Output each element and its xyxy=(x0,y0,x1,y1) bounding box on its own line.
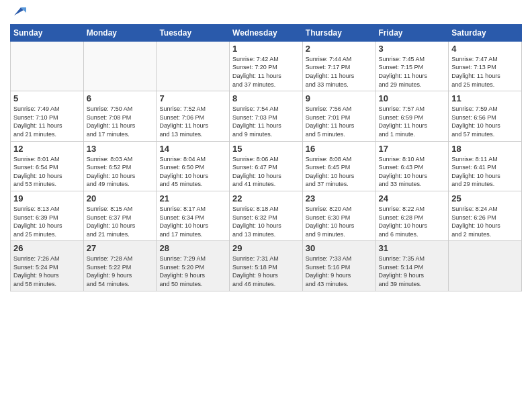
logo xyxy=(10,7,26,20)
calendar-cell: 18Sunrise: 8:11 AM Sunset: 6:41 PM Dayli… xyxy=(449,141,522,191)
day-number: 27 xyxy=(87,243,154,253)
header xyxy=(10,7,522,20)
day-number: 30 xyxy=(306,243,373,253)
calendar-cell: 20Sunrise: 8:15 AM Sunset: 6:37 PM Dayli… xyxy=(83,191,157,240)
calendar-cell: 13Sunrise: 8:03 AM Sunset: 6:52 PM Dayli… xyxy=(83,141,157,191)
day-info: Sunrise: 7:44 AM Sunset: 7:17 PM Dayligh… xyxy=(306,55,373,89)
day-info: Sunrise: 7:49 AM Sunset: 7:10 PM Dayligh… xyxy=(13,105,81,138)
day-number: 23 xyxy=(306,193,373,203)
page: SundayMondayTuesdayWednesdayThursdayFrid… xyxy=(0,0,532,411)
day-info: Sunrise: 7:57 AM Sunset: 6:59 PM Dayligh… xyxy=(379,105,446,138)
day-info: Sunrise: 7:45 AM Sunset: 7:15 PM Dayligh… xyxy=(379,55,446,89)
calendar-cell: 31Sunrise: 7:35 AM Sunset: 5:14 PM Dayli… xyxy=(375,241,449,291)
day-number: 31 xyxy=(379,243,446,253)
calendar-cell: 19Sunrise: 8:13 AM Sunset: 6:39 PM Dayli… xyxy=(11,191,84,240)
calendar-cell: 27Sunrise: 7:28 AM Sunset: 5:22 PM Dayli… xyxy=(83,241,157,291)
calendar-cell: 6Sunrise: 7:50 AM Sunset: 7:08 PM Daylig… xyxy=(83,91,157,141)
calendar-cell xyxy=(449,241,522,291)
week-row-4: 19Sunrise: 8:13 AM Sunset: 6:39 PM Dayli… xyxy=(11,191,522,240)
calendar-cell: 9Sunrise: 7:56 AM Sunset: 7:01 PM Daylig… xyxy=(302,91,375,141)
day-number: 22 xyxy=(232,193,300,203)
day-number: 24 xyxy=(379,193,446,203)
day-number: 16 xyxy=(306,144,373,154)
calendar-cell: 21Sunrise: 8:17 AM Sunset: 6:34 PM Dayli… xyxy=(157,191,230,240)
day-info: Sunrise: 7:50 AM Sunset: 7:08 PM Dayligh… xyxy=(87,105,154,138)
calendar: SundayMondayTuesdayWednesdayThursdayFrid… xyxy=(10,24,522,291)
day-number: 15 xyxy=(232,144,300,154)
weekday-tuesday: Tuesday xyxy=(157,24,230,41)
weekday-thursday: Thursday xyxy=(302,24,375,41)
logo-icon xyxy=(11,3,26,18)
day-info: Sunrise: 8:17 AM Sunset: 6:34 PM Dayligh… xyxy=(159,205,226,238)
weekday-friday: Friday xyxy=(375,24,449,41)
week-row-2: 5Sunrise: 7:49 AM Sunset: 7:10 PM Daylig… xyxy=(11,91,522,141)
calendar-cell: 30Sunrise: 7:33 AM Sunset: 5:16 PM Dayli… xyxy=(302,241,375,291)
calendar-cell: 8Sunrise: 7:54 AM Sunset: 7:03 PM Daylig… xyxy=(230,91,303,141)
weekday-sunday: Sunday xyxy=(11,24,84,41)
day-number: 12 xyxy=(13,144,81,154)
calendar-cell: 4Sunrise: 7:47 AM Sunset: 7:13 PM Daylig… xyxy=(449,41,522,91)
day-number: 20 xyxy=(87,193,154,203)
weekday-monday: Monday xyxy=(83,24,157,41)
day-info: Sunrise: 8:04 AM Sunset: 6:50 PM Dayligh… xyxy=(159,155,226,189)
calendar-cell: 14Sunrise: 8:04 AM Sunset: 6:50 PM Dayli… xyxy=(157,141,230,191)
week-row-3: 12Sunrise: 8:01 AM Sunset: 6:54 PM Dayli… xyxy=(11,141,522,191)
calendar-cell: 2Sunrise: 7:44 AM Sunset: 7:17 PM Daylig… xyxy=(302,41,375,91)
day-info: Sunrise: 7:54 AM Sunset: 7:03 PM Dayligh… xyxy=(232,105,300,138)
day-info: Sunrise: 8:15 AM Sunset: 6:37 PM Dayligh… xyxy=(87,205,154,238)
day-number: 29 xyxy=(232,243,300,253)
day-info: Sunrise: 8:03 AM Sunset: 6:52 PM Dayligh… xyxy=(87,155,154,189)
day-number: 17 xyxy=(379,144,446,154)
day-info: Sunrise: 7:33 AM Sunset: 5:16 PM Dayligh… xyxy=(306,255,373,288)
calendar-cell: 28Sunrise: 7:29 AM Sunset: 5:20 PM Dayli… xyxy=(157,241,230,291)
day-number: 26 xyxy=(13,243,81,253)
week-row-5: 26Sunrise: 7:26 AM Sunset: 5:24 PM Dayli… xyxy=(11,241,522,291)
calendar-cell: 22Sunrise: 8:18 AM Sunset: 6:32 PM Dayli… xyxy=(230,191,303,240)
weekday-wednesday: Wednesday xyxy=(230,24,303,41)
calendar-cell xyxy=(11,41,84,91)
calendar-cell: 29Sunrise: 7:31 AM Sunset: 5:18 PM Dayli… xyxy=(230,241,303,291)
day-number: 5 xyxy=(13,93,81,103)
day-info: Sunrise: 7:29 AM Sunset: 5:20 PM Dayligh… xyxy=(159,255,226,288)
calendar-cell: 26Sunrise: 7:26 AM Sunset: 5:24 PM Dayli… xyxy=(11,241,84,291)
day-info: Sunrise: 7:28 AM Sunset: 5:22 PM Dayligh… xyxy=(87,255,154,288)
day-number: 3 xyxy=(379,44,446,54)
calendar-cell: 7Sunrise: 7:52 AM Sunset: 7:06 PM Daylig… xyxy=(157,91,230,141)
day-number: 9 xyxy=(306,93,373,103)
day-number: 10 xyxy=(379,93,446,103)
day-number: 18 xyxy=(451,144,519,154)
day-info: Sunrise: 8:08 AM Sunset: 6:45 PM Dayligh… xyxy=(306,155,373,189)
calendar-cell: 12Sunrise: 8:01 AM Sunset: 6:54 PM Dayli… xyxy=(11,141,84,191)
day-number: 13 xyxy=(87,144,154,154)
day-number: 11 xyxy=(451,93,519,103)
day-info: Sunrise: 7:26 AM Sunset: 5:24 PM Dayligh… xyxy=(13,255,81,288)
day-info: Sunrise: 7:35 AM Sunset: 5:14 PM Dayligh… xyxy=(379,255,446,288)
day-number: 28 xyxy=(159,243,226,253)
calendar-cell: 16Sunrise: 8:08 AM Sunset: 6:45 PM Dayli… xyxy=(302,141,375,191)
day-info: Sunrise: 8:11 AM Sunset: 6:41 PM Dayligh… xyxy=(451,155,519,189)
day-number: 25 xyxy=(451,193,519,203)
day-info: Sunrise: 7:56 AM Sunset: 7:01 PM Dayligh… xyxy=(306,105,373,138)
day-info: Sunrise: 8:06 AM Sunset: 6:47 PM Dayligh… xyxy=(232,155,300,189)
day-info: Sunrise: 8:13 AM Sunset: 6:39 PM Dayligh… xyxy=(13,205,81,238)
day-number: 1 xyxy=(232,44,300,54)
calendar-cell: 1Sunrise: 7:42 AM Sunset: 7:20 PM Daylig… xyxy=(230,41,303,91)
day-info: Sunrise: 8:01 AM Sunset: 6:54 PM Dayligh… xyxy=(13,155,81,189)
week-row-1: 1Sunrise: 7:42 AM Sunset: 7:20 PM Daylig… xyxy=(11,41,522,91)
calendar-cell xyxy=(157,41,230,91)
day-info: Sunrise: 8:20 AM Sunset: 6:30 PM Dayligh… xyxy=(306,205,373,238)
calendar-cell: 11Sunrise: 7:59 AM Sunset: 6:56 PM Dayli… xyxy=(449,91,522,141)
day-number: 2 xyxy=(306,44,373,54)
calendar-cell: 10Sunrise: 7:57 AM Sunset: 6:59 PM Dayli… xyxy=(375,91,449,141)
day-number: 14 xyxy=(159,144,226,154)
calendar-cell: 17Sunrise: 8:10 AM Sunset: 6:43 PM Dayli… xyxy=(375,141,449,191)
day-info: Sunrise: 7:31 AM Sunset: 5:18 PM Dayligh… xyxy=(232,255,300,288)
calendar-cell: 3Sunrise: 7:45 AM Sunset: 7:15 PM Daylig… xyxy=(375,41,449,91)
day-info: Sunrise: 7:59 AM Sunset: 6:56 PM Dayligh… xyxy=(451,105,519,138)
day-number: 6 xyxy=(87,93,154,103)
day-info: Sunrise: 8:10 AM Sunset: 6:43 PM Dayligh… xyxy=(379,155,446,189)
day-info: Sunrise: 7:47 AM Sunset: 7:13 PM Dayligh… xyxy=(451,55,519,89)
calendar-cell: 23Sunrise: 8:20 AM Sunset: 6:30 PM Dayli… xyxy=(302,191,375,240)
calendar-cell: 25Sunrise: 8:24 AM Sunset: 6:26 PM Dayli… xyxy=(449,191,522,240)
day-info: Sunrise: 8:24 AM Sunset: 6:26 PM Dayligh… xyxy=(451,205,519,238)
